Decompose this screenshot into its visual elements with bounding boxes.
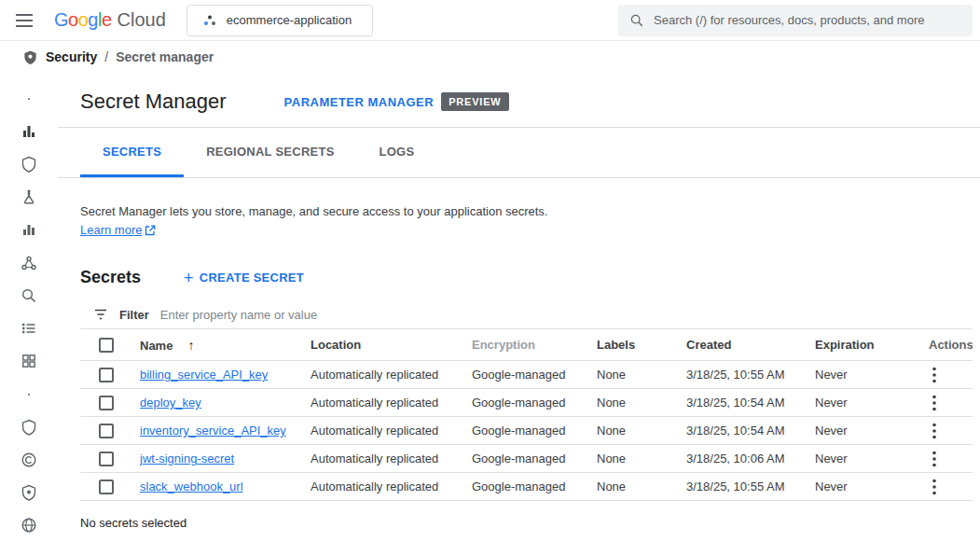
apps-grid-icon[interactable] bbox=[12, 345, 46, 378]
cell-encryption: Google-managed bbox=[472, 361, 597, 389]
tab-logs[interactable]: LOGS bbox=[357, 128, 437, 177]
cell-created: 3/18/25, 10:06 AM bbox=[686, 445, 815, 473]
filter-bar[interactable]: Filter bbox=[80, 300, 973, 328]
column-header-location[interactable]: Location bbox=[311, 329, 472, 361]
parameter-manager-link[interactable]: PARAMETER MANAGER bbox=[284, 95, 435, 109]
cell-expiration: Never bbox=[815, 361, 918, 389]
filter-input[interactable] bbox=[160, 308, 973, 322]
project-name: ecommerce-application bbox=[227, 13, 352, 27]
learn-more-link[interactable]: Learn more bbox=[80, 221, 156, 240]
learn-more-label: Learn more bbox=[80, 221, 142, 240]
search-icon bbox=[629, 13, 644, 28]
filter-label: Filter bbox=[119, 308, 149, 322]
compliance-circle-icon[interactable] bbox=[12, 443, 46, 476]
cell-encryption: Google-managed bbox=[472, 417, 597, 445]
logo-letter: e bbox=[102, 9, 112, 31]
logo-letter: o bbox=[78, 9, 89, 31]
secrets-section-title: Secrets bbox=[80, 268, 141, 287]
main-content: Secret Manager PARAMETER MANAGER PREVIEW… bbox=[58, 73, 980, 542]
secret-name-link[interactable]: slack_webhook_url bbox=[140, 479, 243, 493]
filter-icon bbox=[93, 307, 108, 322]
column-header-labels[interactable]: Labels bbox=[597, 329, 686, 361]
lab-flask-icon[interactable] bbox=[12, 181, 46, 214]
column-header-created[interactable]: Created bbox=[686, 329, 815, 361]
cell-expiration: Never bbox=[815, 445, 918, 473]
shield-lock-icon[interactable] bbox=[12, 477, 46, 509]
create-secret-label: CREATE SECRET bbox=[200, 271, 304, 285]
cell-location: Automatically replicated bbox=[311, 361, 472, 389]
menu-hamburger-icon[interactable] bbox=[6, 2, 43, 39]
selection-status-text: No secrets selected bbox=[58, 501, 980, 530]
table-row: jwt-signing-secret Automatically replica… bbox=[80, 445, 973, 473]
row-checkbox[interactable] bbox=[99, 368, 114, 382]
cell-labels: None bbox=[597, 473, 686, 501]
table-header-row: Name↑ Location Encryption Labels Created… bbox=[80, 329, 973, 361]
search-input[interactable] bbox=[654, 13, 961, 27]
cell-location: Automatically replicated bbox=[311, 445, 472, 473]
logo-letter: o bbox=[68, 9, 78, 31]
logo-cloud-text: Cloud bbox=[117, 9, 166, 31]
column-header-expiration[interactable]: Expiration bbox=[815, 329, 918, 361]
logo-letter: g bbox=[88, 9, 98, 31]
row-checkbox[interactable] bbox=[99, 424, 114, 438]
pinned-products-icon[interactable] bbox=[12, 115, 46, 147]
cell-labels: None bbox=[597, 445, 686, 473]
table-row: inventory_service_API_key Automatically … bbox=[80, 417, 973, 445]
column-header-actions: Actions bbox=[918, 329, 973, 361]
row-actions-menu-icon[interactable] bbox=[929, 449, 940, 469]
secret-name-link[interactable]: billing_service_API_key bbox=[140, 368, 268, 382]
cell-created: 3/18/25, 10:55 AM bbox=[686, 473, 815, 501]
create-secret-button[interactable]: + CREATE SECRET bbox=[184, 270, 304, 286]
cell-created: 3/18/25, 10:54 AM bbox=[686, 389, 815, 417]
breadcrumb-separator: / bbox=[104, 49, 108, 64]
column-header-label: Name bbox=[140, 339, 173, 353]
sort-ascending-icon[interactable]: ↑ bbox=[187, 338, 194, 353]
cell-expiration: Never bbox=[815, 389, 918, 417]
table-row: billing_service_API_key Automatically re… bbox=[80, 361, 973, 389]
row-actions-menu-icon[interactable] bbox=[929, 365, 940, 385]
preview-badge: PREVIEW bbox=[441, 92, 508, 111]
dot-icon bbox=[12, 378, 46, 410]
row-actions-menu-icon[interactable] bbox=[929, 421, 940, 441]
cell-created: 3/18/25, 10:55 AM bbox=[686, 361, 815, 389]
plus-icon: + bbox=[184, 270, 194, 286]
secrets-table-card: Filter Name↑ Location Encryption bbox=[80, 300, 973, 501]
list-icon[interactable] bbox=[12, 313, 46, 345]
table-row: deploy_key Automatically replicated Goog… bbox=[80, 389, 973, 417]
project-selector-button[interactable]: ecommerce-application bbox=[186, 5, 373, 36]
cell-labels: None bbox=[597, 389, 686, 417]
cell-encryption: Google-managed bbox=[472, 473, 597, 501]
row-checkbox[interactable] bbox=[99, 452, 114, 466]
secret-name-link[interactable]: deploy_key bbox=[140, 396, 201, 410]
secret-name-link[interactable]: inventory_service_API_key bbox=[140, 424, 286, 438]
shield-icon[interactable] bbox=[12, 410, 46, 443]
cell-encryption: Google-managed bbox=[472, 445, 597, 473]
cell-location: Automatically replicated bbox=[311, 389, 472, 417]
tab-regional-secrets[interactable]: REGIONAL SECRETS bbox=[184, 128, 356, 177]
left-icon-sidebar bbox=[0, 73, 58, 542]
column-header-name[interactable]: Name↑ bbox=[140, 329, 311, 361]
cell-created: 3/18/25, 10:54 AM bbox=[686, 417, 815, 445]
page-title: Secret Manager bbox=[80, 90, 227, 114]
page-description: Secret Manager lets you store, manage, a… bbox=[80, 202, 980, 221]
breadcrumb: Security / Secret manager bbox=[0, 41, 980, 73]
global-search-bar[interactable] bbox=[618, 5, 973, 36]
column-header-encryption[interactable]: Encryption bbox=[472, 329, 597, 361]
row-actions-menu-icon[interactable] bbox=[929, 393, 940, 413]
breadcrumb-section[interactable]: Security bbox=[46, 49, 97, 64]
row-checkbox[interactable] bbox=[99, 479, 114, 494]
cell-expiration: Never bbox=[815, 473, 918, 501]
secret-name-link[interactable]: jwt-signing-secret bbox=[140, 452, 234, 466]
external-link-icon bbox=[145, 225, 156, 236]
row-actions-menu-icon[interactable] bbox=[929, 477, 940, 497]
cell-location: Automatically replicated bbox=[311, 417, 472, 445]
google-cloud-logo[interactable]: G o o g l e Cloud bbox=[54, 9, 166, 31]
security-shield-icon[interactable] bbox=[12, 147, 46, 180]
tab-secrets[interactable]: SECRETS bbox=[80, 128, 184, 177]
search-settings-icon[interactable] bbox=[12, 279, 46, 312]
select-all-checkbox[interactable] bbox=[99, 338, 114, 353]
network-icon[interactable] bbox=[12, 246, 46, 279]
row-checkbox[interactable] bbox=[99, 396, 114, 410]
web-security-globe-icon[interactable] bbox=[12, 509, 46, 542]
chart-columns-icon[interactable] bbox=[12, 214, 46, 246]
